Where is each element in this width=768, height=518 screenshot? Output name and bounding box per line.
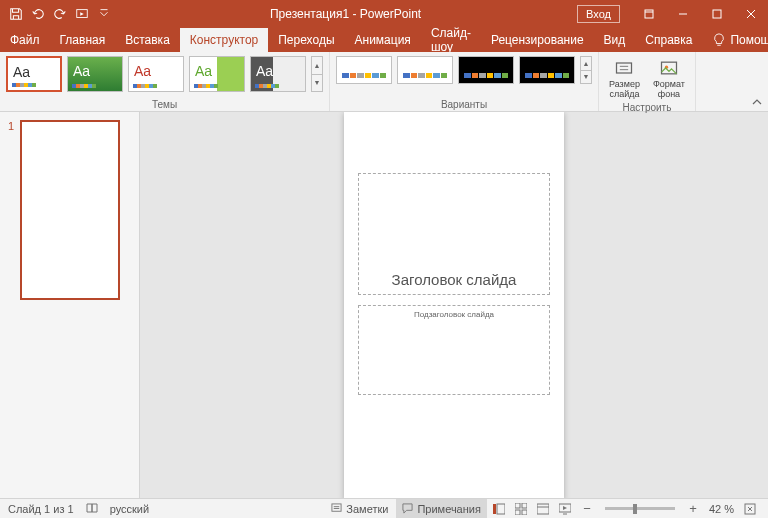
slide-sorter-button[interactable] <box>511 499 531 519</box>
maximize-button[interactable] <box>700 0 734 28</box>
ribbon-group-variants: ▲▼ Варианты <box>330 52 599 111</box>
format-background-icon <box>659 58 679 78</box>
zoom-slider[interactable] <box>605 507 675 510</box>
variant-thumb-3[interactable] <box>458 56 514 84</box>
ribbon-group-themes: Aa Aa Aa Aa Aa ▲▼ Темы <box>0 52 330 111</box>
save-button[interactable] <box>6 4 26 24</box>
variant-thumb-2[interactable] <box>397 56 453 84</box>
normal-view-button[interactable] <box>489 499 509 519</box>
svg-rect-10 <box>332 504 341 511</box>
start-from-beginning-button[interactable] <box>72 4 92 24</box>
slide-size-button[interactable]: Размер слайда <box>605 56 644 102</box>
slide-counter[interactable]: Слайд 1 из 1 <box>8 503 74 515</box>
title-placeholder[interactable]: Заголовок слайда <box>358 173 550 295</box>
collapse-ribbon-button[interactable] <box>752 97 762 109</box>
slide-thumbnail[interactable] <box>20 120 120 300</box>
zoom-in-button[interactable]: + <box>683 499 703 519</box>
spellcheck-button[interactable] <box>86 502 98 516</box>
svg-rect-15 <box>515 503 520 508</box>
workspace: 1 Заголовок слайда Подзаголовок слайда <box>0 112 768 498</box>
undo-button[interactable] <box>28 4 48 24</box>
variant-thumb-1[interactable] <box>336 56 392 84</box>
tab-view[interactable]: Вид <box>594 28 636 52</box>
signin-button[interactable]: Вход <box>577 5 620 23</box>
theme-thumb-5[interactable]: Aa <box>250 56 306 92</box>
tab-file[interactable]: Файл <box>0 28 50 52</box>
title-bar-right: Вход <box>577 0 768 28</box>
minimize-button[interactable] <box>666 0 700 28</box>
notes-icon <box>331 503 342 514</box>
svg-rect-7 <box>617 63 632 73</box>
theme-thumb-2[interactable]: Aa <box>67 56 123 92</box>
tab-design[interactable]: Конструктор <box>180 28 268 52</box>
thumbnail-item-1[interactable]: 1 <box>8 120 131 300</box>
svg-rect-18 <box>522 510 527 515</box>
tab-review[interactable]: Рецензирование <box>481 28 594 52</box>
svg-rect-5 <box>713 10 721 18</box>
tab-animations[interactable]: Анимация <box>345 28 421 52</box>
tab-home[interactable]: Главная <box>50 28 116 52</box>
svg-rect-19 <box>537 504 549 514</box>
notes-button[interactable]: Заметки <box>325 499 394 519</box>
tell-me-button[interactable]: Помощник <box>702 33 768 47</box>
quick-access-toolbar <box>0 4 114 24</box>
slide-editor[interactable]: Заголовок слайда Подзаголовок слайда <box>140 112 768 498</box>
slide-size-icon <box>614 58 634 78</box>
comments-button[interactable]: Примечания <box>396 499 487 519</box>
fit-to-window-button[interactable] <box>740 499 760 519</box>
status-bar: Слайд 1 из 1 русский Заметки Примечания … <box>0 498 768 518</box>
redo-button[interactable] <box>50 4 70 24</box>
format-background-button[interactable]: Формат фона <box>649 56 689 102</box>
theme-thumb-1[interactable]: Aa <box>6 56 62 92</box>
ribbon-display-options-button[interactable] <box>632 0 666 28</box>
themes-gallery-more[interactable]: ▲▼ <box>311 56 323 92</box>
lightbulb-icon <box>712 33 726 47</box>
qat-more-button[interactable] <box>94 4 114 24</box>
language-button[interactable]: русский <box>110 503 149 515</box>
theme-thumb-3[interactable]: Aa <box>128 56 184 92</box>
title-bar: Презентация1 - PowerPoint Вход <box>0 0 768 28</box>
reading-view-button[interactable] <box>533 499 553 519</box>
slide-canvas[interactable]: Заголовок слайда Подзаголовок слайда <box>344 112 564 498</box>
tab-insert[interactable]: Вставка <box>115 28 180 52</box>
variant-thumb-4[interactable] <box>519 56 575 84</box>
window-title: Презентация1 - PowerPoint <box>114 7 577 21</box>
chevron-up-icon <box>752 97 762 107</box>
svg-rect-14 <box>497 504 505 514</box>
ribbon-group-customize: Размер слайда Формат фона Настроить <box>599 52 696 111</box>
book-icon <box>86 502 98 514</box>
subtitle-placeholder[interactable]: Подзаголовок слайда <box>358 305 550 395</box>
slide-thumbnails-pane[interactable]: 1 <box>0 112 140 498</box>
slideshow-view-button[interactable] <box>555 499 575 519</box>
ribbon: Aa Aa Aa Aa Aa ▲▼ Темы ▲▼ Варианты Разме… <box>0 52 768 112</box>
tab-help[interactable]: Справка <box>635 28 702 52</box>
tab-transitions[interactable]: Переходы <box>268 28 344 52</box>
svg-rect-17 <box>515 510 520 515</box>
variants-gallery-more[interactable]: ▲▼ <box>580 56 592 84</box>
theme-thumb-4[interactable]: Aa <box>189 56 245 92</box>
svg-rect-2 <box>645 10 653 18</box>
tab-slideshow[interactable]: Слайд-шоу <box>421 28 481 52</box>
svg-rect-16 <box>522 503 527 508</box>
ribbon-tabs: Файл Главная Вставка Конструктор Переход… <box>0 28 768 52</box>
zoom-out-button[interactable]: − <box>577 499 597 519</box>
zoom-level[interactable]: 42 % <box>705 503 738 515</box>
close-button[interactable] <box>734 0 768 28</box>
comments-icon <box>402 503 413 514</box>
svg-rect-13 <box>493 504 496 514</box>
